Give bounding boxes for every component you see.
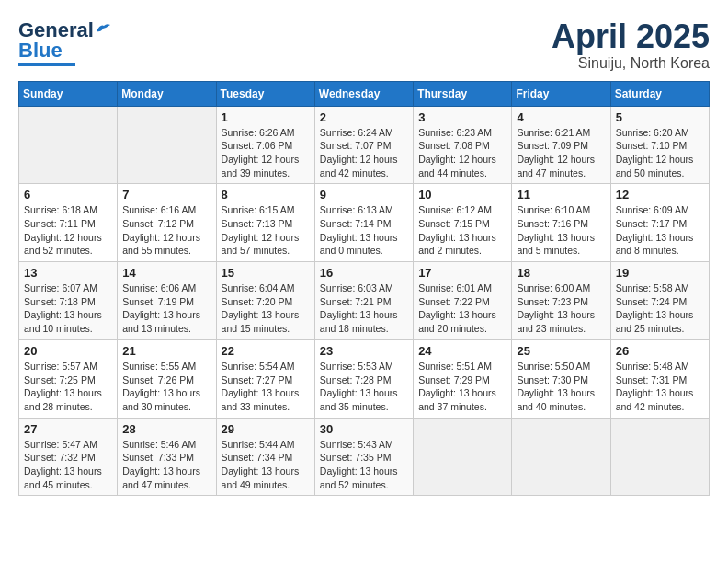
calendar-cell: 2Sunrise: 6:24 AM Sunset: 7:07 PM Daylig… — [314, 106, 413, 184]
day-number: 9 — [320, 188, 408, 201]
day-number: 18 — [517, 266, 605, 280]
calendar-cell: 19Sunrise: 5:58 AM Sunset: 7:24 PM Dayli… — [610, 262, 709, 340]
calendar-cell: 28Sunrise: 5:46 AM Sunset: 7:33 PM Dayli… — [118, 418, 216, 496]
calendar-cell: 21Sunrise: 5:55 AM Sunset: 7:26 PM Dayli… — [118, 339, 216, 418]
day-number: 14 — [122, 266, 210, 280]
calendar-cell: 5Sunrise: 6:20 AM Sunset: 7:10 PM Daylig… — [610, 106, 709, 184]
title-block: April 2025 Sinuiju, North Korea — [552, 18, 710, 72]
day-number: 13 — [24, 266, 112, 280]
calendar-cell: 1Sunrise: 6:26 AM Sunset: 7:06 PM Daylig… — [216, 106, 314, 184]
day-detail: Sunrise: 5:43 AM Sunset: 7:35 PM Dayligh… — [320, 438, 408, 492]
calendar-cell: 3Sunrise: 6:23 AM Sunset: 7:08 PM Daylig… — [414, 106, 512, 184]
weekday-header-sunday: Sunday — [19, 81, 118, 106]
day-number: 30 — [320, 422, 408, 436]
weekday-header-thursday: Thursday — [414, 81, 512, 106]
calendar-table: SundayMondayTuesdayWednesdayThursdayFrid… — [18, 81, 710, 497]
calendar-cell: 22Sunrise: 5:54 AM Sunset: 7:27 PM Dayli… — [216, 339, 314, 418]
day-detail: Sunrise: 5:51 AM Sunset: 7:29 PM Dayligh… — [418, 360, 506, 414]
weekday-header-wednesday: Wednesday — [314, 81, 413, 106]
day-detail: Sunrise: 6:12 AM Sunset: 7:15 PM Dayligh… — [418, 203, 506, 258]
day-number: 1 — [222, 110, 310, 124]
calendar-cell: 30Sunrise: 5:43 AM Sunset: 7:35 PM Dayli… — [314, 418, 413, 496]
calendar-cell — [118, 106, 216, 184]
calendar-week-3: 13Sunrise: 6:07 AM Sunset: 7:18 PM Dayli… — [19, 262, 710, 340]
day-detail: Sunrise: 6:21 AM Sunset: 7:09 PM Dayligh… — [517, 126, 605, 180]
calendar-cell: 16Sunrise: 6:03 AM Sunset: 7:21 PM Dayli… — [314, 262, 413, 340]
weekday-row: SundayMondayTuesdayWednesdayThursdayFrid… — [19, 81, 710, 106]
calendar-cell: 20Sunrise: 5:57 AM Sunset: 7:25 PM Dayli… — [19, 339, 118, 418]
day-number: 28 — [122, 422, 210, 436]
weekday-header-monday: Monday — [118, 81, 216, 106]
calendar-week-2: 6Sunrise: 6:18 AM Sunset: 7:11 PM Daylig… — [19, 184, 710, 262]
day-detail: Sunrise: 6:03 AM Sunset: 7:21 PM Dayligh… — [320, 282, 408, 336]
day-detail: Sunrise: 5:46 AM Sunset: 7:33 PM Dayligh… — [122, 438, 210, 492]
calendar-header: SundayMondayTuesdayWednesdayThursdayFrid… — [19, 81, 710, 106]
day-number: 10 — [418, 188, 506, 201]
day-detail: Sunrise: 6:18 AM Sunset: 7:11 PM Dayligh… — [24, 203, 112, 258]
calendar-cell: 15Sunrise: 6:04 AM Sunset: 7:20 PM Dayli… — [216, 262, 314, 340]
day-detail: Sunrise: 6:09 AM Sunset: 7:17 PM Dayligh… — [616, 203, 704, 258]
calendar-cell: 24Sunrise: 5:51 AM Sunset: 7:29 PM Dayli… — [414, 339, 512, 418]
day-detail: Sunrise: 5:54 AM Sunset: 7:27 PM Dayligh… — [222, 360, 310, 414]
calendar-cell: 9Sunrise: 6:13 AM Sunset: 7:14 PM Daylig… — [314, 184, 413, 262]
day-detail: Sunrise: 6:23 AM Sunset: 7:08 PM Dayligh… — [418, 126, 506, 180]
calendar-cell: 8Sunrise: 6:15 AM Sunset: 7:13 PM Daylig… — [216, 184, 314, 262]
day-number: 16 — [320, 266, 408, 280]
calendar-cell — [512, 418, 610, 496]
day-number: 2 — [320, 110, 408, 124]
logo-bird-icon — [95, 22, 111, 35]
day-number: 7 — [122, 188, 210, 201]
day-detail: Sunrise: 6:01 AM Sunset: 7:22 PM Dayligh… — [418, 282, 506, 336]
day-detail: Sunrise: 5:53 AM Sunset: 7:28 PM Dayligh… — [320, 360, 408, 414]
month-title: April 2025 — [552, 18, 710, 55]
day-number: 4 — [517, 110, 605, 124]
day-number: 23 — [320, 344, 408, 358]
calendar-cell: 11Sunrise: 6:10 AM Sunset: 7:16 PM Dayli… — [512, 184, 610, 262]
calendar-cell: 4Sunrise: 6:21 AM Sunset: 7:09 PM Daylig… — [512, 106, 610, 184]
day-detail: Sunrise: 6:04 AM Sunset: 7:20 PM Dayligh… — [222, 282, 310, 336]
day-detail: Sunrise: 5:47 AM Sunset: 7:32 PM Dayligh… — [24, 438, 112, 492]
day-detail: Sunrise: 6:20 AM Sunset: 7:10 PM Dayligh… — [616, 126, 704, 180]
day-detail: Sunrise: 6:10 AM Sunset: 7:16 PM Dayligh… — [517, 203, 605, 258]
calendar-body: 1Sunrise: 6:26 AM Sunset: 7:06 PM Daylig… — [19, 106, 710, 496]
day-detail: Sunrise: 6:15 AM Sunset: 7:13 PM Dayligh… — [222, 203, 310, 258]
day-number: 21 — [122, 344, 210, 358]
day-detail: Sunrise: 5:58 AM Sunset: 7:24 PM Dayligh… — [616, 282, 704, 336]
page-header: General Blue April 2025 Sinuiju, North K… — [18, 18, 710, 72]
calendar-cell: 27Sunrise: 5:47 AM Sunset: 7:32 PM Dayli… — [19, 418, 118, 496]
logo-blue: Blue — [18, 39, 63, 63]
weekday-header-friday: Friday — [512, 81, 610, 106]
day-number: 20 — [24, 344, 112, 358]
day-number: 8 — [222, 188, 310, 201]
day-detail: Sunrise: 5:57 AM Sunset: 7:25 PM Dayligh… — [24, 360, 112, 414]
calendar-cell: 18Sunrise: 6:00 AM Sunset: 7:23 PM Dayli… — [512, 262, 610, 340]
day-number: 24 — [418, 344, 506, 358]
logo: General Blue — [18, 18, 111, 66]
day-number: 12 — [616, 188, 704, 201]
calendar-cell — [19, 106, 118, 184]
day-number: 17 — [418, 266, 506, 280]
calendar-cell: 26Sunrise: 5:48 AM Sunset: 7:31 PM Dayli… — [610, 339, 709, 418]
day-detail: Sunrise: 5:50 AM Sunset: 7:30 PM Dayligh… — [517, 360, 605, 414]
location: Sinuiju, North Korea — [552, 55, 710, 72]
day-detail: Sunrise: 6:06 AM Sunset: 7:19 PM Dayligh… — [122, 282, 210, 336]
day-number: 3 — [418, 110, 506, 124]
day-detail: Sunrise: 6:13 AM Sunset: 7:14 PM Dayligh… — [320, 203, 408, 258]
day-number: 6 — [24, 188, 112, 201]
calendar-cell: 6Sunrise: 6:18 AM Sunset: 7:11 PM Daylig… — [19, 184, 118, 262]
calendar-cell: 7Sunrise: 6:16 AM Sunset: 7:12 PM Daylig… — [118, 184, 216, 262]
day-detail: Sunrise: 6:07 AM Sunset: 7:18 PM Dayligh… — [24, 282, 112, 336]
day-number: 26 — [616, 344, 704, 358]
day-number: 11 — [517, 188, 605, 201]
calendar-cell: 25Sunrise: 5:50 AM Sunset: 7:30 PM Dayli… — [512, 339, 610, 418]
day-number: 22 — [222, 344, 310, 358]
day-detail: Sunrise: 6:24 AM Sunset: 7:07 PM Dayligh… — [320, 126, 408, 180]
logo-underline — [18, 63, 75, 66]
day-number: 27 — [24, 422, 112, 436]
calendar-cell: 14Sunrise: 6:06 AM Sunset: 7:19 PM Dayli… — [118, 262, 216, 340]
calendar-cell: 13Sunrise: 6:07 AM Sunset: 7:18 PM Dayli… — [19, 262, 118, 340]
day-detail: Sunrise: 5:48 AM Sunset: 7:31 PM Dayligh… — [616, 360, 704, 414]
day-number: 19 — [616, 266, 704, 280]
calendar-cell: 23Sunrise: 5:53 AM Sunset: 7:28 PM Dayli… — [314, 339, 413, 418]
calendar-cell: 12Sunrise: 6:09 AM Sunset: 7:17 PM Dayli… — [610, 184, 709, 262]
